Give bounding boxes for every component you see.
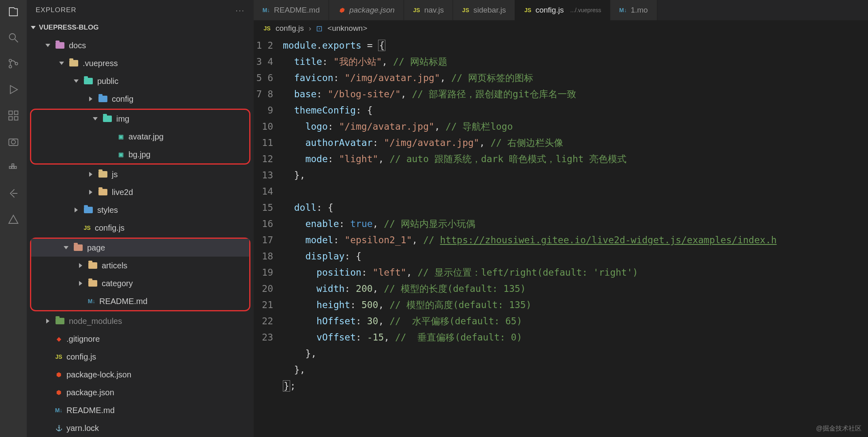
file-label: README.md bbox=[66, 406, 115, 415]
extensions-icon[interactable] bbox=[6, 109, 20, 122]
file-pkglock[interactable]: ⬢package-lock.json bbox=[27, 366, 254, 383]
file-label: config.js bbox=[95, 223, 124, 233]
source-control-icon[interactable] bbox=[6, 57, 20, 71]
svg-point-2 bbox=[9, 59, 11, 62]
file-label: README.md bbox=[99, 297, 148, 306]
svg-point-10 bbox=[11, 140, 15, 144]
folder-label: live2d bbox=[112, 188, 133, 197]
breadcrumb[interactable]: JS config.js › ⊡ <unknown> bbox=[254, 20, 868, 36]
tab-last[interactable]: M↓1.mo bbox=[610, 0, 657, 20]
folder-label: img bbox=[116, 114, 129, 124]
line-gutter: 1 2 3 4 5 6 7 8 9 10 11 12 13 14 15 16 1… bbox=[254, 36, 283, 437]
file-tree: docs .vuepress public config img ▣avatar… bbox=[27, 35, 254, 437]
tab-label: package.json bbox=[349, 6, 395, 15]
explorer-header: EXPLORER ··· bbox=[27, 0, 254, 20]
svg-rect-13 bbox=[15, 167, 17, 169]
explorer-title: EXPLORER bbox=[36, 6, 77, 14]
tab-label: 1.mo bbox=[631, 6, 648, 15]
svg-rect-5 bbox=[9, 111, 13, 115]
search-icon[interactable] bbox=[6, 31, 20, 45]
folder-public[interactable]: public bbox=[27, 72, 254, 90]
project-name: VUEPRESS-BLOG bbox=[39, 24, 98, 32]
folder-styles[interactable]: styles bbox=[27, 201, 254, 219]
folder-label: node_modules bbox=[69, 317, 122, 326]
js-icon: JS bbox=[263, 24, 271, 32]
svg-rect-14 bbox=[12, 164, 14, 166]
tab-packagejson[interactable]: ⬢package.json bbox=[329, 0, 404, 20]
tab-label: README.md bbox=[274, 6, 320, 15]
tab-sidebarjs[interactable]: JSsidebar.js bbox=[453, 0, 515, 20]
file-avatar[interactable]: ▣avatar.jpg bbox=[31, 128, 249, 146]
file-label: bg.jpg bbox=[128, 150, 151, 159]
file-yarnlock[interactable]: ⚓yarn.lock bbox=[27, 419, 254, 437]
watermark: @掘金技术社区 bbox=[816, 424, 862, 433]
svg-point-0 bbox=[9, 34, 15, 40]
editor-area: M↓README.md ⬢package.json JSnav.js JSsid… bbox=[254, 0, 868, 437]
chevron-down-icon bbox=[31, 26, 36, 29]
folder-node-modules[interactable]: node_modules bbox=[27, 312, 254, 330]
remote-icon[interactable] bbox=[6, 186, 20, 200]
file-readme-root[interactable]: M↓README.md bbox=[27, 401, 254, 419]
file-config-js[interactable]: JSconfig.js bbox=[27, 219, 254, 237]
file-config-root[interactable]: JSconfig.js bbox=[27, 348, 254, 366]
folder-config[interactable]: config bbox=[27, 90, 254, 108]
svg-rect-6 bbox=[15, 111, 18, 115]
file-readme[interactable]: M↓README.md bbox=[31, 292, 249, 310]
highlight-box-img: img ▣avatar.jpg ▣bg.jpg bbox=[30, 109, 250, 165]
folder-label: js bbox=[112, 170, 118, 179]
folder-label: config bbox=[112, 94, 133, 104]
folder-docs[interactable]: docs bbox=[27, 36, 254, 54]
camera-icon[interactable] bbox=[6, 135, 20, 148]
folder-label: page bbox=[87, 243, 105, 253]
folder-articels[interactable]: articels bbox=[31, 257, 249, 274]
editor-tabs: M↓README.md ⬢package.json JSnav.js JSsid… bbox=[254, 0, 868, 20]
more-icon[interactable]: ··· bbox=[235, 6, 245, 15]
file-label: config.js bbox=[66, 352, 96, 362]
tab-navjs[interactable]: JSnav.js bbox=[404, 0, 453, 20]
folder-label: docs bbox=[69, 41, 86, 50]
tab-configjs[interactable]: JSconfig.js.../.vuepress bbox=[515, 0, 610, 20]
breadcrumb-sep: › bbox=[309, 24, 311, 33]
folder-page[interactable]: page bbox=[31, 239, 249, 257]
breadcrumb-symbol-icon: ⊡ bbox=[316, 24, 323, 33]
svg-rect-12 bbox=[12, 167, 14, 169]
tab-readme[interactable]: M↓README.md bbox=[254, 0, 329, 20]
file-label: package-lock.json bbox=[66, 370, 131, 379]
code-editor[interactable]: module.exports = { title: "我的小站", // 网站标… bbox=[283, 36, 868, 437]
file-label: yarn.lock bbox=[66, 424, 99, 433]
folder-label: styles bbox=[97, 206, 118, 215]
svg-rect-8 bbox=[15, 117, 18, 120]
tab-label: nav.js bbox=[424, 6, 444, 15]
folder-label: articels bbox=[102, 261, 127, 270]
folder-label: public bbox=[97, 77, 118, 86]
file-bg[interactable]: ▣bg.jpg bbox=[31, 146, 249, 163]
file-label: .gitignore bbox=[66, 334, 100, 344]
tab-subpath: .../.vuepress bbox=[570, 7, 601, 13]
project-header[interactable]: VUEPRESS-BLOG bbox=[27, 20, 254, 35]
highlight-box-page: page articels category M↓README.md bbox=[30, 238, 250, 311]
tab-label: sidebar.js bbox=[473, 6, 506, 15]
triangle-icon[interactable] bbox=[6, 212, 20, 226]
file-pkg[interactable]: ⬢package.json bbox=[27, 383, 254, 401]
svg-point-3 bbox=[9, 65, 11, 68]
explorer-sidebar: EXPLORER ··· VUEPRESS-BLOG docs .vuepres… bbox=[27, 0, 254, 437]
folder-img[interactable]: img bbox=[31, 110, 249, 128]
code-container: 1 2 3 4 5 6 7 8 9 10 11 12 13 14 15 16 1… bbox=[254, 36, 868, 437]
run-debug-icon[interactable] bbox=[6, 83, 20, 96]
explorer-icon[interactable] bbox=[6, 5, 20, 19]
svg-line-1 bbox=[15, 39, 18, 43]
breadcrumb-file: config.js bbox=[276, 24, 304, 33]
folder-vuepress[interactable]: .vuepress bbox=[27, 54, 254, 72]
file-label: package.json bbox=[66, 388, 114, 397]
breadcrumb-symbol: <unknown> bbox=[327, 24, 367, 33]
svg-rect-11 bbox=[9, 167, 11, 169]
folder-category[interactable]: category bbox=[31, 274, 249, 292]
folder-label: category bbox=[102, 279, 133, 288]
activity-bar bbox=[0, 0, 27, 437]
docker-icon[interactable] bbox=[6, 161, 20, 174]
folder-live2d[interactable]: live2d bbox=[27, 183, 254, 201]
file-gitignore[interactable]: ◆.gitignore bbox=[27, 330, 254, 348]
folder-label: .vuepress bbox=[83, 59, 118, 68]
svg-rect-7 bbox=[9, 117, 13, 120]
folder-js[interactable]: js bbox=[27, 165, 254, 183]
